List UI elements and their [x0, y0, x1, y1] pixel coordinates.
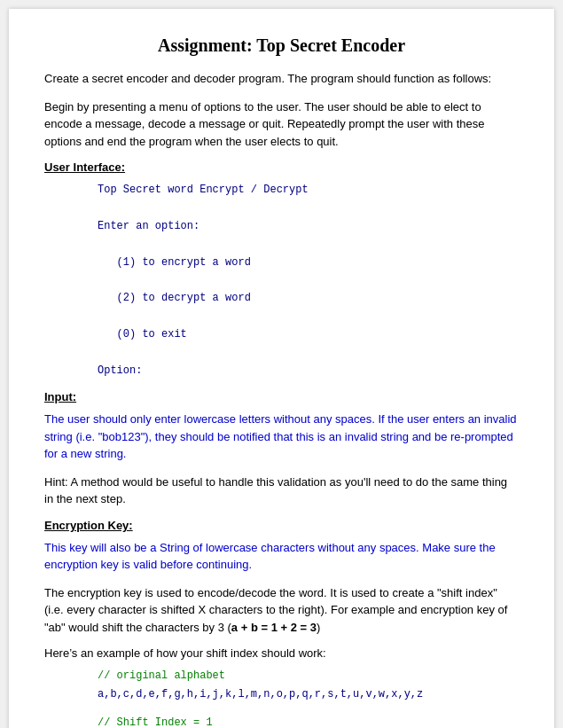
ui-section: User Interface: Top Secret word Encrypt … — [44, 160, 519, 380]
code-line-6: Option: — [98, 364, 142, 377]
hint-paragraph: Hint: A method would be useful to handle… — [44, 474, 519, 508]
encryption-key-para1: This key will also be a String of lowerc… — [44, 539, 519, 574]
ui-heading: User Interface: — [44, 160, 519, 174]
page-title: Assignment: Top Secret Encoder — [44, 35, 519, 56]
alphabet-original: a,b,c,d,e,f,g,h,i,j,k,l,m,n,o,p,q,r,s,t,… — [98, 688, 423, 701]
input-section: Input: The user should only enter lowerc… — [44, 390, 519, 508]
encryption-key-para2: The encryption key is used to encode/dec… — [44, 584, 519, 637]
code-line-3: (1) to encrypt a word — [98, 256, 251, 269]
document-page: Assignment: Top Secret Encoder Create a … — [9, 9, 554, 728]
input-paragraph: The user should only enter lowercase let… — [44, 411, 519, 463]
code-line-2: Enter an option: — [98, 220, 199, 232]
example-section: Here’s an example of how your shift inde… — [44, 646, 519, 728]
encryption-key-section: Encryption Key: This key will also be a … — [44, 519, 519, 637]
comment-2: // Shift Index = 1 — [98, 716, 213, 728]
ui-code-block: Top Secret word Encrypt / Decrypt Enter … — [98, 181, 519, 380]
intro-paragraph-1: Create a secret encoder and decoder prog… — [44, 70, 519, 88]
example-code-block-1: // original alphabet a,b,c,d,e,f,g,h,i,j… — [98, 667, 519, 703]
comment-1: // original alphabet — [98, 669, 225, 682]
intro-paragraph-2: Begin by presenting a menu of options to… — [44, 98, 519, 151]
encryption-key-heading: Encryption Key: — [44, 519, 519, 532]
code-line-1: Top Secret word Encrypt / Decrypt — [98, 184, 309, 196]
code-line-5: (0) to exit — [98, 328, 187, 341]
formula-bold: a + b = 1 + 2 = 3 — [231, 621, 317, 634]
input-heading: Input: — [44, 390, 519, 403]
example-code-block-2: // Shift Index = 1 z,a,b,c,d,e,f,g,h,i,j… — [98, 714, 519, 728]
code-line-4: (2) to decrypt a word — [98, 292, 251, 304]
example-heading: Here’s an example of how your shift inde… — [44, 646, 519, 660]
